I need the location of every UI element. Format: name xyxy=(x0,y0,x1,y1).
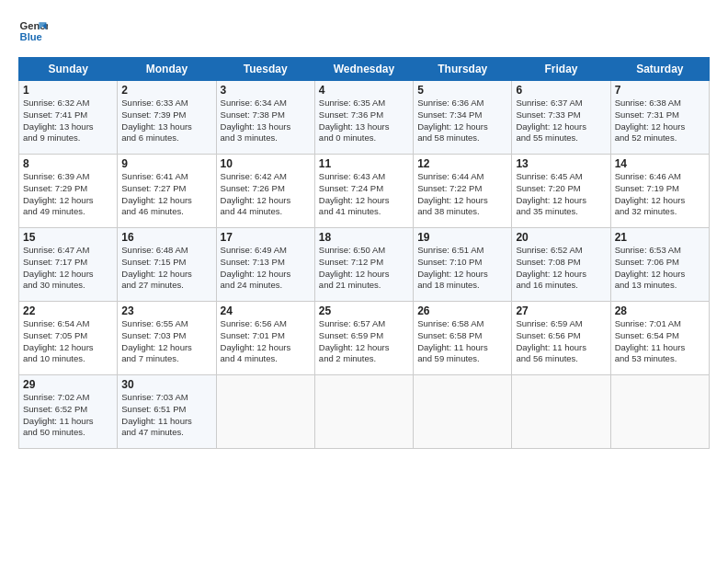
day-number: 30 xyxy=(121,378,211,391)
calendar-header-row: SundayMondayTuesdayWednesdayThursdayFrid… xyxy=(19,58,710,81)
day-info: Sunrise: 6:33 AMSunset: 7:39 PMDaylight:… xyxy=(121,98,211,144)
calendar-cell: 29Sunrise: 7:02 AMSunset: 6:52 PMDayligh… xyxy=(19,375,118,449)
day-info: Sunrise: 6:32 AMSunset: 7:41 PMDaylight:… xyxy=(23,98,113,144)
day-number: 17 xyxy=(221,231,311,244)
calendar-cell: 12Sunrise: 6:44 AMSunset: 7:22 PMDayligh… xyxy=(414,155,512,228)
day-number: 14 xyxy=(615,157,705,170)
day-info: Sunrise: 6:57 AMSunset: 6:59 PMDaylight:… xyxy=(319,318,409,365)
calendar-cell: 9Sunrise: 6:41 AMSunset: 7:27 PMDaylight… xyxy=(118,155,216,228)
day-info: Sunrise: 6:35 AMSunset: 7:36 PMDaylight:… xyxy=(319,98,409,144)
day-number: 9 xyxy=(121,157,211,170)
calendar-cell: 27Sunrise: 6:59 AMSunset: 6:56 PMDayligh… xyxy=(512,302,610,375)
logo: General Blue xyxy=(18,17,51,46)
day-number: 19 xyxy=(417,231,507,244)
day-number: 7 xyxy=(615,84,705,97)
day-number: 24 xyxy=(221,304,311,317)
weekday-header-thursday: Thursday xyxy=(414,58,512,81)
day-info: Sunrise: 6:48 AMSunset: 7:15 PMDaylight:… xyxy=(121,245,211,292)
calendar-cell: 17Sunrise: 6:49 AMSunset: 7:13 PMDayligh… xyxy=(216,228,314,302)
day-info: Sunrise: 6:49 AMSunset: 7:13 PMDaylight:… xyxy=(221,245,311,292)
day-number: 25 xyxy=(319,304,409,317)
day-number: 29 xyxy=(23,378,113,391)
calendar-cell xyxy=(216,375,314,449)
day-number: 27 xyxy=(516,304,606,317)
day-info: Sunrise: 6:47 AMSunset: 7:17 PMDaylight:… xyxy=(23,245,113,292)
day-number: 28 xyxy=(615,304,705,317)
day-number: 1 xyxy=(23,84,113,97)
day-number: 5 xyxy=(417,84,507,97)
day-info: Sunrise: 6:54 AMSunset: 7:05 PMDaylight:… xyxy=(23,318,113,365)
day-number: 21 xyxy=(615,231,705,244)
day-info: Sunrise: 6:43 AMSunset: 7:24 PMDaylight:… xyxy=(319,171,409,218)
day-info: Sunrise: 6:59 AMSunset: 6:56 PMDaylight:… xyxy=(516,318,606,365)
calendar-cell: 16Sunrise: 6:48 AMSunset: 7:15 PMDayligh… xyxy=(118,228,216,302)
calendar-cell: 19Sunrise: 6:51 AMSunset: 7:10 PMDayligh… xyxy=(414,228,512,302)
day-number: 6 xyxy=(516,84,606,97)
day-info: Sunrise: 7:02 AMSunset: 6:52 PMDaylight:… xyxy=(23,392,113,439)
page-container: General Blue SundayMondayTuesdayWednesda… xyxy=(0,0,728,458)
day-info: Sunrise: 6:55 AMSunset: 7:03 PMDaylight:… xyxy=(121,318,211,365)
calendar-week-row: 22Sunrise: 6:54 AMSunset: 7:05 PMDayligh… xyxy=(19,302,710,375)
calendar-cell: 11Sunrise: 6:43 AMSunset: 7:24 PMDayligh… xyxy=(314,155,413,228)
day-number: 23 xyxy=(121,304,211,317)
day-number: 26 xyxy=(417,304,507,317)
day-number: 20 xyxy=(516,231,606,244)
calendar-cell xyxy=(512,375,610,449)
calendar-cell xyxy=(414,375,512,449)
calendar-table: SundayMondayTuesdayWednesdayThursdayFrid… xyxy=(18,57,710,449)
calendar-cell xyxy=(610,375,709,449)
day-number: 4 xyxy=(319,84,409,97)
calendar-cell: 14Sunrise: 6:46 AMSunset: 7:19 PMDayligh… xyxy=(610,155,709,228)
calendar-cell: 2Sunrise: 6:33 AMSunset: 7:39 PMDaylight… xyxy=(118,81,216,155)
day-number: 8 xyxy=(23,157,113,170)
calendar-cell: 18Sunrise: 6:50 AMSunset: 7:12 PMDayligh… xyxy=(314,228,413,302)
day-info: Sunrise: 6:38 AMSunset: 7:31 PMDaylight:… xyxy=(615,98,705,144)
day-number: 11 xyxy=(319,157,409,170)
calendar-cell: 28Sunrise: 7:01 AMSunset: 6:54 PMDayligh… xyxy=(610,302,709,375)
calendar-cell: 13Sunrise: 6:45 AMSunset: 7:20 PMDayligh… xyxy=(512,155,610,228)
day-number: 22 xyxy=(23,304,113,317)
day-info: Sunrise: 6:58 AMSunset: 6:58 PMDaylight:… xyxy=(417,318,507,365)
day-number: 3 xyxy=(221,84,311,97)
day-info: Sunrise: 7:01 AMSunset: 6:54 PMDaylight:… xyxy=(615,318,705,365)
calendar-cell: 3Sunrise: 6:34 AMSunset: 7:38 PMDaylight… xyxy=(216,81,314,155)
weekday-header-sunday: Sunday xyxy=(19,58,118,81)
weekday-header-monday: Monday xyxy=(118,58,216,81)
calendar-cell: 22Sunrise: 6:54 AMSunset: 7:05 PMDayligh… xyxy=(19,302,118,375)
day-info: Sunrise: 6:42 AMSunset: 7:26 PMDaylight:… xyxy=(221,171,311,218)
calendar-cell: 6Sunrise: 6:37 AMSunset: 7:33 PMDaylight… xyxy=(512,81,610,155)
calendar-cell: 24Sunrise: 6:56 AMSunset: 7:01 PMDayligh… xyxy=(216,302,314,375)
day-info: Sunrise: 6:41 AMSunset: 7:27 PMDaylight:… xyxy=(121,171,211,218)
day-number: 12 xyxy=(417,157,507,170)
calendar-week-row: 15Sunrise: 6:47 AMSunset: 7:17 PMDayligh… xyxy=(19,228,710,302)
day-info: Sunrise: 6:37 AMSunset: 7:33 PMDaylight:… xyxy=(516,98,606,144)
day-info: Sunrise: 6:44 AMSunset: 7:22 PMDaylight:… xyxy=(417,171,507,218)
day-info: Sunrise: 6:36 AMSunset: 7:34 PMDaylight:… xyxy=(417,98,507,144)
day-info: Sunrise: 6:56 AMSunset: 7:01 PMDaylight:… xyxy=(221,318,311,365)
calendar-cell xyxy=(314,375,413,449)
calendar-cell: 4Sunrise: 6:35 AMSunset: 7:36 PMDaylight… xyxy=(314,81,413,155)
calendar-cell: 25Sunrise: 6:57 AMSunset: 6:59 PMDayligh… xyxy=(314,302,413,375)
day-number: 16 xyxy=(121,231,211,244)
calendar-cell: 8Sunrise: 6:39 AMSunset: 7:29 PMDaylight… xyxy=(19,155,118,228)
calendar-week-row: 8Sunrise: 6:39 AMSunset: 7:29 PMDaylight… xyxy=(19,155,710,228)
day-info: Sunrise: 6:51 AMSunset: 7:10 PMDaylight:… xyxy=(417,245,507,292)
day-number: 10 xyxy=(221,157,311,170)
day-info: Sunrise: 6:52 AMSunset: 7:08 PMDaylight:… xyxy=(516,245,606,292)
calendar-cell: 26Sunrise: 6:58 AMSunset: 6:58 PMDayligh… xyxy=(414,302,512,375)
calendar-cell: 20Sunrise: 6:52 AMSunset: 7:08 PMDayligh… xyxy=(512,228,610,302)
day-info: Sunrise: 6:45 AMSunset: 7:20 PMDaylight:… xyxy=(516,171,606,218)
day-info: Sunrise: 6:50 AMSunset: 7:12 PMDaylight:… xyxy=(319,245,409,292)
logo-icon: General Blue xyxy=(18,17,48,46)
calendar-week-row: 29Sunrise: 7:02 AMSunset: 6:52 PMDayligh… xyxy=(19,375,710,449)
calendar-cell: 21Sunrise: 6:53 AMSunset: 7:06 PMDayligh… xyxy=(610,228,709,302)
day-info: Sunrise: 6:46 AMSunset: 7:19 PMDaylight:… xyxy=(615,171,705,218)
calendar-cell: 1Sunrise: 6:32 AMSunset: 7:41 PMDaylight… xyxy=(19,81,118,155)
day-info: Sunrise: 6:34 AMSunset: 7:38 PMDaylight:… xyxy=(221,98,311,144)
day-number: 15 xyxy=(23,231,113,244)
weekday-header-friday: Friday xyxy=(512,58,610,81)
calendar-cell: 7Sunrise: 6:38 AMSunset: 7:31 PMDaylight… xyxy=(610,81,709,155)
day-number: 2 xyxy=(121,84,211,97)
day-info: Sunrise: 6:39 AMSunset: 7:29 PMDaylight:… xyxy=(23,171,113,218)
calendar-cell: 30Sunrise: 7:03 AMSunset: 6:51 PMDayligh… xyxy=(118,375,216,449)
